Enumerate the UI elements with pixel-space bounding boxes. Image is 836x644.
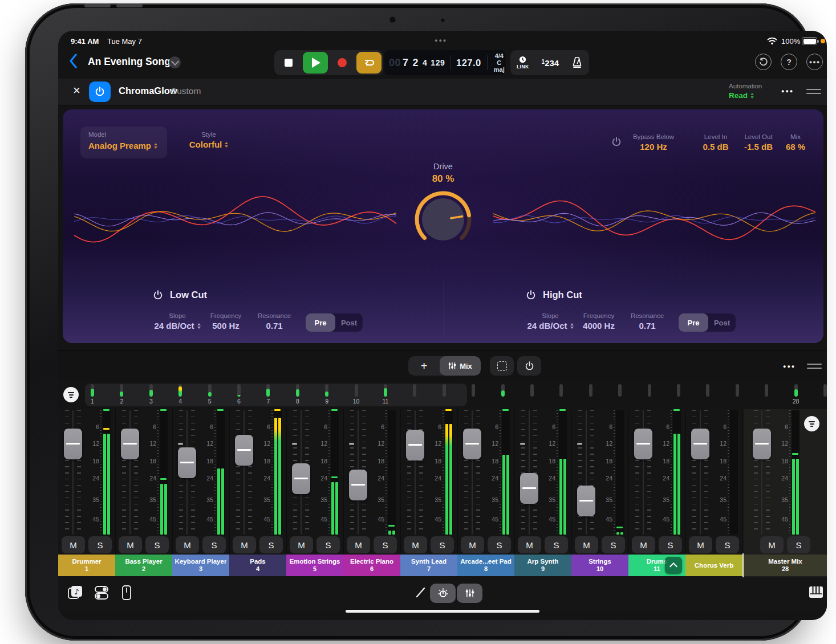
- pencil-tool-icon[interactable]: [415, 586, 427, 599]
- smart-controls-button[interactable]: [430, 584, 456, 603]
- fader-handle[interactable]: [463, 429, 481, 459]
- style-selector[interactable]: Style Colorful: [174, 131, 243, 149]
- fader-handle[interactable]: [691, 429, 709, 459]
- solo-button[interactable]: S: [787, 536, 810, 553]
- overview-meter[interactable]: [823, 384, 827, 397]
- plugin-power-button[interactable]: [89, 81, 111, 102]
- count-in-button[interactable]: 1234: [542, 58, 559, 68]
- mute-button[interactable]: M: [62, 536, 85, 553]
- mute-button[interactable]: M: [575, 536, 598, 553]
- mute-button[interactable]: M: [176, 536, 199, 553]
- fader-handle[interactable]: [349, 470, 367, 500]
- mix-control[interactable]: Mix 68 %: [778, 133, 813, 152]
- overview-meter[interactable]: [794, 384, 798, 397]
- mix-view-button[interactable]: Mix: [440, 356, 481, 376]
- fader-handle[interactable]: [753, 429, 771, 459]
- bypass-below-control[interactable]: Bypass Below 120 Hz: [619, 133, 688, 152]
- volume-down-button[interactable]: [116, 3, 143, 7]
- mute-button[interactable]: M: [233, 536, 256, 553]
- lowcut-post-button[interactable]: Post: [335, 313, 363, 332]
- highcut-slope[interactable]: Slope 24 dB/Oct: [519, 312, 582, 331]
- multitask-dots[interactable]: ●●●: [435, 38, 447, 43]
- overview-meter[interactable]: [149, 384, 153, 397]
- mute-button[interactable]: M: [689, 536, 712, 553]
- overview-meter[interactable]: [736, 384, 739, 397]
- mute-button[interactable]: M: [290, 536, 313, 553]
- track-label[interactable]: Synth Lead7: [400, 555, 457, 576]
- solo-button[interactable]: S: [545, 536, 568, 553]
- solo-button[interactable]: S: [431, 536, 454, 553]
- model-selector[interactable]: Model Analog Preamp: [80, 127, 167, 158]
- fader-handle[interactable]: [577, 486, 595, 516]
- song-title[interactable]: An Evening Song: [88, 56, 171, 68]
- song-menu-disclosure[interactable]: [169, 56, 181, 68]
- mixer-view-button[interactable]: [457, 584, 482, 603]
- lowcut-slope[interactable]: Slope 24 dB/Oct: [146, 312, 209, 331]
- track-label[interactable]: Emotion Strings5: [286, 555, 343, 576]
- overview-meter[interactable]: [501, 384, 505, 397]
- track-label[interactable]: Chorus Verb: [685, 555, 742, 576]
- overview-meter[interactable]: [237, 384, 241, 397]
- plugin-drag-handle[interactable]: [806, 89, 821, 94]
- fader-handle[interactable]: [178, 447, 196, 478]
- track-label[interactable]: Keyboard Player3: [172, 555, 229, 576]
- overview-meter[interactable]: [266, 384, 270, 397]
- fader-handle[interactable]: [634, 429, 652, 459]
- overview-meter[interactable]: [530, 384, 534, 397]
- track-label[interactable]: Strings10: [571, 555, 628, 576]
- overview-meter[interactable]: [472, 384, 475, 397]
- solo-button[interactable]: S: [316, 536, 340, 553]
- lcd-display[interactable]: 00 7 2 4 129 127.0 4/4 C maj: [384, 50, 506, 75]
- solo-button[interactable]: S: [374, 536, 397, 553]
- mute-button[interactable]: M: [760, 536, 784, 553]
- highcut-frequency[interactable]: Frequency 4000 Hz: [573, 312, 624, 331]
- mute-button[interactable]: M: [404, 536, 427, 553]
- track-label[interactable]: Arcade...eet Pad8: [457, 555, 514, 576]
- overview-meter[interactable]: [618, 384, 622, 397]
- overview-meter[interactable]: [413, 384, 416, 397]
- overview-meter[interactable]: [120, 384, 123, 397]
- fader-handle[interactable]: [292, 463, 310, 494]
- overview-meter[interactable]: [355, 384, 358, 397]
- mute-button[interactable]: M: [347, 536, 370, 553]
- mixer-more-button[interactable]: ●●●: [783, 364, 796, 369]
- overview-meter[interactable]: [706, 384, 709, 397]
- fader-panel-icon[interactable]: [121, 585, 132, 601]
- lowcut-resonance[interactable]: Resonance 0.71: [249, 312, 300, 331]
- more-menu-button[interactable]: ●●●: [806, 54, 823, 70]
- level-out-control[interactable]: Level Out -1.5 dB: [736, 133, 781, 152]
- plugin-more-button[interactable]: ●●●: [781, 88, 794, 94]
- undo-history-button[interactable]: [755, 54, 772, 70]
- track-filter-button[interactable]: [63, 387, 79, 402]
- highcut-power-icon[interactable]: [526, 290, 536, 300]
- solo-button[interactable]: S: [602, 536, 625, 553]
- mixer-drag-handle[interactable]: [807, 364, 822, 369]
- keyboard-icon[interactable]: [809, 586, 823, 598]
- plugin-close-button[interactable]: ×: [73, 83, 80, 98]
- highcut-resonance[interactable]: Resonance 0.71: [622, 312, 673, 331]
- level-in-control[interactable]: Level In 0.5 dB: [693, 133, 738, 152]
- track-power-button[interactable]: [517, 356, 541, 376]
- track-label[interactable]: Pads4: [229, 555, 286, 576]
- lowcut-pre-button[interactable]: Pre: [306, 313, 335, 332]
- overview-meter[interactable]: [648, 384, 651, 397]
- mute-button[interactable]: M: [518, 536, 541, 553]
- stop-button[interactable]: [276, 52, 301, 74]
- overview-meter[interactable]: [384, 384, 387, 397]
- help-button[interactable]: ?: [781, 54, 797, 70]
- highcut-pre-button[interactable]: Pre: [679, 313, 708, 332]
- overview-meter[interactable]: [325, 384, 328, 397]
- fader-handle[interactable]: [406, 430, 424, 460]
- back-button[interactable]: [68, 54, 78, 68]
- overview-meter[interactable]: [765, 384, 768, 397]
- overview-meter[interactable]: [559, 384, 563, 397]
- highcut-post-button[interactable]: Post: [708, 313, 736, 332]
- plugin-preset[interactable]: Custom: [171, 86, 201, 96]
- overview-meter[interactable]: [443, 384, 446, 397]
- track-label[interactable]: Drummer1: [58, 555, 115, 576]
- mute-button[interactable]: M: [632, 536, 655, 553]
- overview-meter[interactable]: [296, 384, 299, 397]
- record-button[interactable]: [330, 52, 355, 74]
- fader-handle[interactable]: [64, 429, 82, 459]
- home-indicator[interactable]: [346, 610, 539, 613]
